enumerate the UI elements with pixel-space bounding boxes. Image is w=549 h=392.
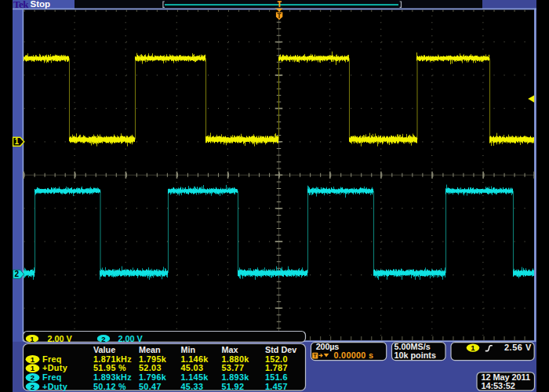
svg-text:Tek: Tek	[13, 0, 29, 10]
svg-text:2: 2	[15, 270, 20, 278]
svg-text:50.12 %: 50.12 %	[93, 382, 126, 391]
svg-text:Value: Value	[93, 345, 115, 354]
svg-text:+Duty: +Duty	[42, 363, 67, 372]
svg-text:2: 2	[31, 373, 35, 382]
svg-text:50.47: 50.47	[139, 382, 162, 391]
svg-text:Max: Max	[222, 345, 238, 354]
svg-text:1.795k: 1.795k	[139, 354, 167, 364]
svg-text:53.77: 53.77	[222, 363, 245, 372]
svg-text:151.6: 151.6	[265, 372, 288, 382]
svg-text:14:53:52: 14:53:52	[482, 381, 515, 390]
svg-text:1: 1	[471, 343, 475, 352]
svg-text:10k points: 10k points	[394, 350, 436, 360]
svg-text:Std Dev: Std Dev	[265, 345, 296, 354]
svg-text:1.457: 1.457	[265, 382, 288, 391]
svg-text:Stop: Stop	[31, 0, 51, 9]
svg-text:1: 1	[15, 137, 20, 146]
svg-text:2: 2	[31, 383, 35, 391]
svg-text:52.03: 52.03	[139, 363, 162, 372]
svg-text:+Duty: +Duty	[42, 382, 67, 391]
svg-text:1: 1	[31, 364, 35, 372]
svg-text:0.00000 s: 0.00000 s	[334, 350, 374, 360]
svg-text:1.893kHz: 1.893kHz	[93, 372, 132, 382]
svg-text:1: 1	[31, 355, 35, 364]
svg-text:Freq: Freq	[42, 372, 62, 382]
svg-text:Min: Min	[181, 345, 196, 354]
svg-text:45.03: 45.03	[181, 363, 204, 372]
svg-text:Freq: Freq	[42, 354, 62, 364]
svg-text:51.92: 51.92	[222, 382, 245, 391]
svg-text:1.146k: 1.146k	[181, 354, 209, 364]
svg-text:1: 1	[30, 335, 35, 343]
svg-text:152.0: 152.0	[265, 354, 288, 364]
svg-text:2.00 V: 2.00 V	[118, 334, 144, 343]
svg-text:51.95 %: 51.95 %	[93, 363, 126, 372]
svg-text:1.880k: 1.880k	[222, 354, 250, 364]
svg-text:Mean: Mean	[139, 345, 161, 354]
svg-text:2: 2	[101, 335, 105, 343]
svg-text:2.56 V: 2.56 V	[504, 343, 532, 352]
svg-text:1.796k: 1.796k	[139, 372, 167, 382]
svg-text:1.893k: 1.893k	[222, 372, 250, 382]
svg-text:45.33: 45.33	[181, 382, 204, 391]
svg-text:1.787: 1.787	[265, 363, 288, 372]
svg-text:2.00 V: 2.00 V	[48, 334, 73, 343]
svg-text:1.871kHz: 1.871kHz	[93, 354, 132, 364]
svg-text:1.145k: 1.145k	[181, 372, 209, 382]
